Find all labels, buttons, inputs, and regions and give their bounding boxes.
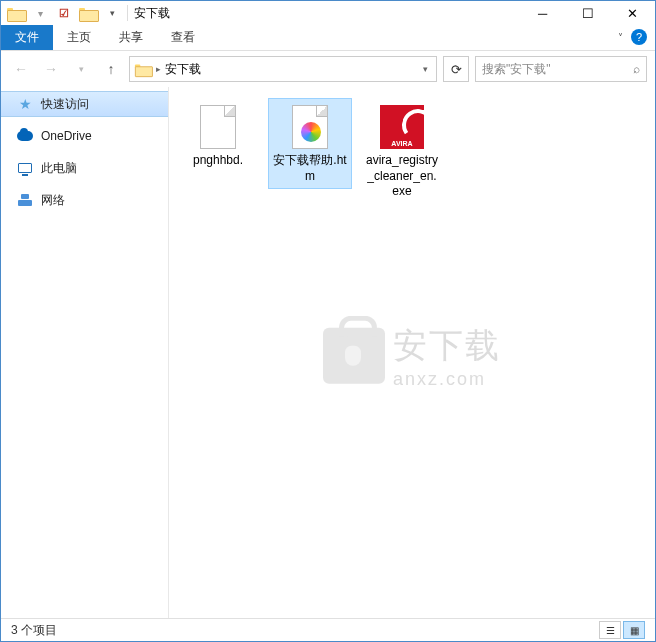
qat-separator: ▾ — [29, 2, 51, 24]
tab-file[interactable]: 文件 — [1, 25, 53, 50]
tab-view[interactable]: 查看 — [157, 25, 209, 50]
tab-share[interactable]: 共享 — [105, 25, 157, 50]
refresh-button[interactable]: ⟳ — [443, 56, 469, 82]
quick-access-toolbar: ▾ ☑ ▾ — [1, 2, 127, 24]
sidebar-item-label: 此电脑 — [41, 160, 77, 177]
search-icon: ⌕ — [633, 62, 640, 76]
network-icon — [17, 192, 33, 208]
file-name: avira_registry_cleaner_en.exe — [365, 153, 439, 200]
search-placeholder: 搜索"安下载" — [482, 61, 551, 78]
qat-folder-icon[interactable] — [5, 2, 27, 24]
file-name: 安下载帮助.htm — [273, 153, 347, 184]
forward-button[interactable]: → — [39, 57, 63, 81]
qat-folder-icon-2[interactable] — [77, 2, 99, 24]
file-name: pnghhbd. — [193, 153, 243, 169]
sidebar-item-label: 快速访问 — [41, 96, 89, 113]
sidebar-item-thispc[interactable]: 此电脑 — [1, 155, 168, 181]
help-icon[interactable]: ? — [631, 29, 647, 45]
ribbon-tabs: 文件 主页 共享 查看 ˅ ? — [1, 25, 655, 51]
sidebar-item-network[interactable]: 网络 — [1, 187, 168, 213]
view-details-button[interactable]: ☰ — [599, 621, 621, 639]
search-input[interactable]: 搜索"安下载" ⌕ — [475, 56, 647, 82]
watermark-bag-icon — [323, 328, 385, 384]
sidebar-item-quickaccess[interactable]: ★ 快速访问 — [1, 91, 168, 117]
titlebar: ▾ ☑ ▾ 安下载 ─ ☐ ✕ — [1, 1, 655, 25]
up-button[interactable]: ↑ — [99, 57, 123, 81]
view-switcher: ☰ ▦ — [599, 621, 645, 639]
watermark-en: anxz.com — [393, 368, 501, 389]
minimize-button[interactable]: ─ — [520, 1, 565, 25]
statusbar: 3 个项目 ☰ ▦ — [1, 618, 655, 641]
chevron-right-icon[interactable]: ▸ — [156, 64, 161, 74]
file-exe-icon: AVIRA — [378, 103, 426, 151]
ribbon-expand-icon[interactable]: ˅ — [618, 32, 623, 43]
close-button[interactable]: ✕ — [610, 1, 655, 25]
file-item[interactable]: 安下载帮助.htm — [269, 99, 351, 188]
file-htm-icon — [286, 103, 334, 151]
breadcrumb-current[interactable]: 安下载 — [165, 61, 201, 78]
watermark-cn: 安下载 — [393, 322, 501, 368]
file-item[interactable]: AVIRA avira_registry_cleaner_en.exe — [361, 99, 443, 204]
breadcrumb-folder-icon — [135, 63, 151, 76]
monitor-icon — [17, 160, 33, 176]
status-count: 3 个项目 — [11, 622, 57, 639]
recent-dropdown-icon[interactable]: ▾ — [69, 57, 93, 81]
back-button[interactable]: ← — [9, 57, 33, 81]
qat-properties-icon[interactable]: ☑ — [53, 2, 75, 24]
qat-dropdown-icon[interactable]: ▾ — [101, 2, 123, 24]
file-blank-icon — [194, 103, 242, 151]
tab-home[interactable]: 主页 — [53, 25, 105, 50]
star-icon: ★ — [17, 96, 33, 112]
file-item[interactable]: pnghhbd. — [177, 99, 259, 173]
sidebar-item-label: OneDrive — [41, 129, 92, 143]
sidebar: ★ 快速访问 OneDrive 此电脑 网络 — [1, 87, 169, 618]
cloud-icon — [17, 128, 33, 144]
watermark: 安下载 anxz.com — [323, 322, 501, 389]
content-area: ★ 快速访问 OneDrive 此电脑 网络 pnghhbd. 安下载帮助.ht… — [1, 87, 655, 618]
navbar: ← → ▾ ↑ ▸ 安下载 ▾ ⟳ 搜索"安下载" ⌕ — [1, 51, 655, 87]
view-icons-button[interactable]: ▦ — [623, 621, 645, 639]
maximize-button[interactable]: ☐ — [565, 1, 610, 25]
breadcrumb[interactable]: ▸ 安下载 ▾ — [129, 56, 437, 82]
sidebar-item-label: 网络 — [41, 192, 65, 209]
window-controls: ─ ☐ ✕ — [520, 1, 655, 25]
sidebar-item-onedrive[interactable]: OneDrive — [1, 123, 168, 149]
window-title: 安下载 — [128, 5, 520, 22]
file-view[interactable]: pnghhbd. 安下载帮助.htm AVIRA avira_registry_… — [169, 87, 655, 618]
breadcrumb-dropdown-icon[interactable]: ▾ — [423, 64, 428, 74]
